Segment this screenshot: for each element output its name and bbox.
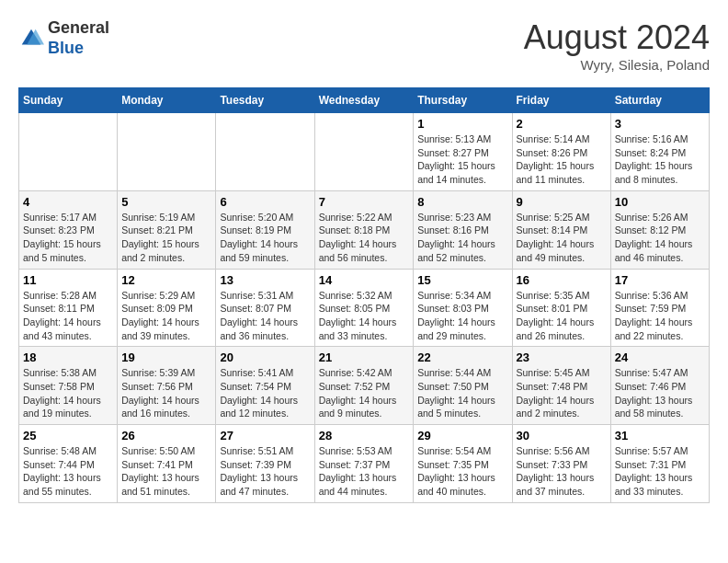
calendar-day-cell: 6Sunrise: 5:20 AM Sunset: 8:19 PM Daylig…: [216, 190, 314, 269]
day-info: Sunrise: 5:26 AM Sunset: 8:12 PM Dayligh…: [615, 211, 705, 265]
calendar-day-cell: 16Sunrise: 5:35 AM Sunset: 8:01 PM Dayli…: [512, 269, 610, 347]
calendar-day-cell: 22Sunrise: 5:44 AM Sunset: 7:50 PM Dayli…: [414, 347, 512, 425]
day-number: 4: [23, 195, 113, 209]
calendar-day-cell: 3Sunrise: 5:16 AM Sunset: 8:24 PM Daylig…: [610, 113, 709, 191]
calendar-day-cell: 8Sunrise: 5:23 AM Sunset: 8:16 PM Daylig…: [414, 190, 512, 269]
day-info: Sunrise: 5:57 AM Sunset: 7:31 PM Dayligh…: [615, 444, 705, 499]
day-header-row: SundayMondayTuesdayWednesdayThursdayFrid…: [19, 88, 710, 113]
day-info: Sunrise: 5:38 AM Sunset: 7:58 PM Dayligh…: [23, 366, 113, 420]
day-number: 26: [121, 429, 211, 442]
day-number: 25: [23, 429, 113, 442]
calendar-day-cell: 10Sunrise: 5:26 AM Sunset: 8:12 PM Dayli…: [610, 190, 709, 269]
day-number: 8: [417, 195, 507, 209]
day-number: 6: [220, 195, 310, 209]
day-number: 13: [220, 273, 310, 287]
day-of-week-header: Saturday: [610, 88, 709, 113]
calendar-day-cell: 12Sunrise: 5:29 AM Sunset: 8:09 PM Dayli…: [118, 269, 216, 347]
day-info: Sunrise: 5:51 AM Sunset: 7:39 PM Dayligh…: [220, 444, 310, 499]
logo: General Blue: [18, 18, 109, 58]
calendar-day-cell: 28Sunrise: 5:53 AM Sunset: 7:37 PM Dayli…: [314, 425, 414, 503]
location: Wyry, Silesia, Poland: [524, 57, 710, 73]
day-number: 15: [417, 273, 507, 287]
day-of-week-header: Wednesday: [314, 88, 414, 113]
day-number: 20: [220, 350, 310, 364]
logo-general-text: General: [48, 18, 109, 37]
day-number: 1: [417, 117, 507, 131]
day-number: 19: [121, 350, 211, 364]
day-of-week-header: Tuesday: [216, 88, 314, 113]
calendar-week-row: 18Sunrise: 5:38 AM Sunset: 7:58 PM Dayli…: [19, 347, 710, 425]
calendar-week-row: 11Sunrise: 5:28 AM Sunset: 8:11 PM Dayli…: [19, 269, 710, 347]
day-number: 11: [23, 273, 113, 287]
title-block: August 2024 Wyry, Silesia, Poland: [524, 18, 710, 73]
day-of-week-header: Friday: [512, 88, 610, 113]
calendar-day-cell: 1Sunrise: 5:13 AM Sunset: 8:27 PM Daylig…: [414, 113, 512, 191]
day-number: 18: [23, 350, 113, 364]
calendar-day-cell: 7Sunrise: 5:22 AM Sunset: 8:18 PM Daylig…: [314, 190, 414, 269]
calendar-day-cell: 31Sunrise: 5:57 AM Sunset: 7:31 PM Dayli…: [610, 425, 709, 503]
day-number: 24: [615, 350, 705, 364]
day-of-week-header: Thursday: [414, 88, 512, 113]
calendar-day-cell: 13Sunrise: 5:31 AM Sunset: 8:07 PM Dayli…: [216, 269, 314, 347]
day-number: 17: [615, 273, 705, 287]
calendar-body: 1Sunrise: 5:13 AM Sunset: 8:27 PM Daylig…: [19, 113, 710, 503]
day-number: 5: [121, 195, 211, 209]
day-number: 7: [319, 195, 410, 209]
day-number: 27: [220, 429, 310, 442]
day-info: Sunrise: 5:48 AM Sunset: 7:44 PM Dayligh…: [23, 444, 113, 499]
day-info: Sunrise: 5:14 AM Sunset: 8:26 PM Dayligh…: [517, 132, 607, 187]
day-info: Sunrise: 5:56 AM Sunset: 7:33 PM Dayligh…: [517, 444, 607, 499]
day-info: Sunrise: 5:39 AM Sunset: 7:56 PM Dayligh…: [121, 366, 211, 420]
month-year: August 2024: [524, 18, 710, 57]
logo-icon: [18, 26, 44, 52]
day-number: 28: [319, 429, 410, 442]
calendar-day-cell: 17Sunrise: 5:36 AM Sunset: 7:59 PM Dayli…: [610, 269, 709, 347]
day-info: Sunrise: 5:16 AM Sunset: 8:24 PM Dayligh…: [615, 132, 705, 187]
calendar-week-row: 25Sunrise: 5:48 AM Sunset: 7:44 PM Dayli…: [19, 425, 710, 503]
day-info: Sunrise: 5:29 AM Sunset: 8:09 PM Dayligh…: [121, 289, 211, 343]
day-info: Sunrise: 5:54 AM Sunset: 7:35 PM Dayligh…: [417, 444, 507, 499]
calendar-day-cell: 29Sunrise: 5:54 AM Sunset: 7:35 PM Dayli…: [414, 425, 512, 503]
calendar-day-cell: 21Sunrise: 5:42 AM Sunset: 7:52 PM Dayli…: [314, 347, 414, 425]
calendar-day-cell: 15Sunrise: 5:34 AM Sunset: 8:03 PM Dayli…: [414, 269, 512, 347]
day-of-week-header: Sunday: [19, 88, 118, 113]
day-number: 3: [615, 117, 705, 131]
day-info: Sunrise: 5:34 AM Sunset: 8:03 PM Dayligh…: [417, 289, 507, 343]
calendar-table: SundayMondayTuesdayWednesdayThursdayFrid…: [18, 87, 710, 503]
calendar-day-cell: 5Sunrise: 5:19 AM Sunset: 8:21 PM Daylig…: [118, 190, 216, 269]
calendar-day-cell: 2Sunrise: 5:14 AM Sunset: 8:26 PM Daylig…: [512, 113, 610, 191]
calendar-day-cell: 11Sunrise: 5:28 AM Sunset: 8:11 PM Dayli…: [19, 269, 118, 347]
calendar-day-cell: 20Sunrise: 5:41 AM Sunset: 7:54 PM Dayli…: [216, 347, 314, 425]
calendar-day-cell: 23Sunrise: 5:45 AM Sunset: 7:48 PM Dayli…: [512, 347, 610, 425]
calendar-day-cell: 9Sunrise: 5:25 AM Sunset: 8:14 PM Daylig…: [512, 190, 610, 269]
day-info: Sunrise: 5:31 AM Sunset: 8:07 PM Dayligh…: [220, 289, 310, 343]
day-info: Sunrise: 5:13 AM Sunset: 8:27 PM Dayligh…: [417, 132, 507, 187]
day-info: Sunrise: 5:32 AM Sunset: 8:05 PM Dayligh…: [319, 289, 410, 343]
calendar-day-cell: 19Sunrise: 5:39 AM Sunset: 7:56 PM Dayli…: [118, 347, 216, 425]
calendar-day-cell: 30Sunrise: 5:56 AM Sunset: 7:33 PM Dayli…: [512, 425, 610, 503]
calendar-week-row: 4Sunrise: 5:17 AM Sunset: 8:23 PM Daylig…: [19, 190, 710, 269]
day-info: Sunrise: 5:25 AM Sunset: 8:14 PM Dayligh…: [517, 211, 607, 265]
day-info: Sunrise: 5:22 AM Sunset: 8:18 PM Dayligh…: [319, 211, 410, 265]
day-number: 31: [615, 429, 705, 442]
calendar-day-cell: [118, 113, 216, 191]
calendar-day-cell: 18Sunrise: 5:38 AM Sunset: 7:58 PM Dayli…: [19, 347, 118, 425]
day-number: 10: [615, 195, 705, 209]
day-info: Sunrise: 5:41 AM Sunset: 7:54 PM Dayligh…: [220, 366, 310, 420]
day-info: Sunrise: 5:50 AM Sunset: 7:41 PM Dayligh…: [121, 444, 211, 499]
day-number: 23: [517, 350, 607, 364]
day-info: Sunrise: 5:45 AM Sunset: 7:48 PM Dayligh…: [517, 366, 607, 420]
calendar-day-cell: 4Sunrise: 5:17 AM Sunset: 8:23 PM Daylig…: [19, 190, 118, 269]
day-info: Sunrise: 5:36 AM Sunset: 7:59 PM Dayligh…: [615, 289, 705, 343]
day-number: 29: [417, 429, 507, 442]
day-info: Sunrise: 5:28 AM Sunset: 8:11 PM Dayligh…: [23, 289, 113, 343]
calendar-day-cell: 26Sunrise: 5:50 AM Sunset: 7:41 PM Dayli…: [118, 425, 216, 503]
day-info: Sunrise: 5:35 AM Sunset: 8:01 PM Dayligh…: [517, 289, 607, 343]
calendar-day-cell: [314, 113, 414, 191]
day-info: Sunrise: 5:44 AM Sunset: 7:50 PM Dayligh…: [417, 366, 507, 420]
calendar-week-row: 1Sunrise: 5:13 AM Sunset: 8:27 PM Daylig…: [19, 113, 710, 191]
calendar-day-cell: 27Sunrise: 5:51 AM Sunset: 7:39 PM Dayli…: [216, 425, 314, 503]
logo-blue-text: Blue: [48, 39, 84, 57]
calendar-day-cell: 14Sunrise: 5:32 AM Sunset: 8:05 PM Dayli…: [314, 269, 414, 347]
day-number: 22: [417, 350, 507, 364]
